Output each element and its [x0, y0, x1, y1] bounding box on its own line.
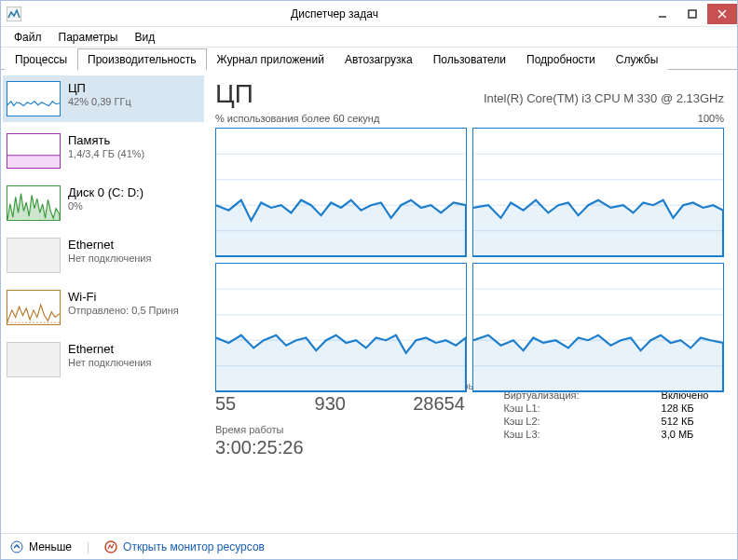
minimize-button[interactable]: [648, 4, 677, 24]
sidebar-item-label: Диск 0 (C: D:): [68, 185, 144, 200]
resource-monitor-label: Открыть монитор ресурсов: [123, 540, 265, 553]
titlebar: Диспетчер задач: [1, 1, 737, 27]
sidebar-item-sub: Нет подключения: [68, 253, 151, 264]
cpu-chart-core0: [215, 128, 467, 257]
cpu-name: Intel(R) Core(TM) i3 CPU M 330 @ 2.13GHz: [484, 91, 724, 105]
stat-v-l3: 3,0 МБ: [662, 428, 709, 441]
stat-value-handles: 28654: [413, 393, 475, 415]
sidebar-item-label: Ethernet: [68, 238, 151, 253]
cpu-thumb: [7, 81, 61, 116]
fewer-details-label: Меньше: [29, 540, 72, 553]
svg-point-23: [11, 541, 22, 553]
cpu-chart-core2: [215, 263, 467, 392]
sidebar-item-sub: Отправлено: 0,5 Приня: [68, 305, 179, 316]
tab-startup[interactable]: Автозагрузка: [335, 48, 423, 70]
sidebar-item-sub: 1,4/3,4 ГБ (41%): [68, 148, 144, 159]
tab-services[interactable]: Службы: [606, 48, 668, 70]
close-button[interactable]: [707, 4, 737, 24]
svg-rect-2: [689, 10, 696, 18]
chevron-up-icon: [10, 540, 23, 553]
chart-caption-right: 100%: [698, 113, 724, 124]
tab-performance[interactable]: Производительность: [77, 48, 206, 70]
stat-v-l2: 512 КБ: [662, 415, 709, 428]
menu-options[interactable]: Параметры: [51, 29, 126, 46]
tab-processes[interactable]: Процессы: [5, 48, 77, 70]
sidebar-item-label: ЦП: [68, 81, 131, 96]
main-title: ЦП: [215, 79, 253, 109]
sidebar-item-wifi[interactable]: Wi-FiОтправлено: 0,5 Приня: [3, 284, 204, 331]
sidebar-item-sub: Нет подключения: [68, 357, 151, 368]
cpu-chart-core1: [472, 128, 724, 257]
fewer-details-button[interactable]: Меньше: [10, 540, 72, 553]
stat-k-l3: Кэш L3:: [503, 428, 661, 441]
stat-value-threads: 930: [315, 393, 388, 415]
window-controls: [648, 4, 737, 24]
footer: Меньше | Открыть монитор ресурсов: [1, 533, 737, 559]
sidebar-item-sub: 42% 0,39 ГГц: [68, 96, 131, 107]
app-icon: [7, 7, 21, 21]
menu-file[interactable]: Файл: [7, 29, 49, 46]
sidebar-item-cpu[interactable]: ЦП42% 0,39 ГГц: [3, 75, 204, 122]
stat-label-uptime: Время работы: [215, 424, 475, 435]
ethernet2-thumb: [7, 342, 61, 377]
chart-caption-left: % использования более 60 секунд: [215, 113, 379, 124]
main-panel: ЦП Intel(R) Core(TM) i3 CPU M 330 @ 2.13…: [206, 70, 737, 533]
task-manager-window: Диспетчер задач Файл Параметры Вид Проце…: [0, 0, 738, 560]
maximize-button[interactable]: [677, 4, 707, 24]
menubar: Файл Параметры Вид: [1, 27, 737, 48]
ethernet-thumb: [7, 238, 61, 273]
cpu-chart-core3: [472, 263, 724, 392]
stat-v-l1: 128 КБ: [662, 402, 709, 415]
stat-k-l2: Кэш L2:: [503, 415, 661, 428]
stat-value-uptime: 3:00:25:26: [215, 437, 475, 458]
sidebar-item-ethernet2[interactable]: EthernetНет подключения: [3, 336, 204, 383]
sidebar-item-ethernet[interactable]: EthernetНет подключения: [3, 232, 204, 279]
stat-k-l1: Кэш L1:: [503, 402, 661, 415]
tab-details[interactable]: Подробности: [516, 48, 606, 70]
window-title: Диспетчер задач: [21, 7, 648, 20]
sidebar: ЦП42% 0,39 ГГц Память1,4/3,4 ГБ (41%) Ди…: [1, 70, 206, 533]
monitor-icon: [104, 540, 117, 553]
cpu-charts: [215, 128, 724, 323]
sidebar-item-label: Ethernet: [68, 342, 151, 357]
tab-users[interactable]: Пользователи: [423, 48, 516, 70]
sidebar-item-sub: 0%: [68, 200, 144, 212]
sidebar-item-label: Память: [68, 133, 144, 148]
footer-separator: |: [87, 540, 89, 553]
body: ЦП42% 0,39 ГГц Память1,4/3,4 ГБ (41%) Ди…: [1, 70, 737, 533]
svg-rect-0: [7, 7, 21, 21]
menu-view[interactable]: Вид: [127, 29, 162, 46]
sidebar-item-disk[interactable]: Диск 0 (C: D:)0%: [3, 180, 204, 226]
svg-rect-5: [7, 156, 60, 168]
tabbar: Процессы Производительность Журнал прило…: [1, 48, 737, 70]
memory-thumb: [7, 133, 61, 169]
stat-value-processes: 55: [215, 393, 289, 415]
sidebar-item-memory[interactable]: Память1,4/3,4 ГБ (41%): [3, 128, 204, 174]
wifi-thumb: [7, 290, 61, 325]
disk-thumb: [7, 185, 61, 221]
tab-app-history[interactable]: Журнал приложений: [207, 48, 335, 70]
open-resource-monitor-link[interactable]: Открыть монитор ресурсов: [104, 540, 265, 553]
sidebar-item-label: Wi-Fi: [68, 290, 179, 305]
